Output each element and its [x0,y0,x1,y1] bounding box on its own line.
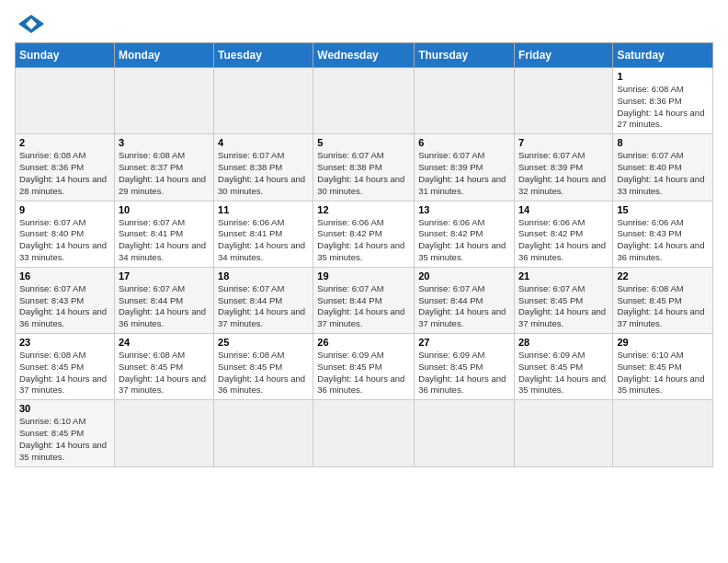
day-number: 26 [317,337,410,348]
cell-info: Sunrise: 6:06 AMSunset: 8:42 PMDaylight:… [418,217,510,264]
cell-info: Sunrise: 6:06 AMSunset: 8:42 PMDaylight:… [518,217,609,264]
calendar-cell [514,400,612,466]
header-saturday: Saturday [613,43,713,68]
day-number: 8 [617,137,709,148]
calendar-cell: 6Sunrise: 6:07 AMSunset: 8:39 PMDaylight… [415,134,515,201]
calendar-cell: 20Sunrise: 6:07 AMSunset: 8:44 PMDayligh… [415,267,515,333]
calendar-cell: 2Sunrise: 6:08 AMSunset: 8:36 PMDaylight… [16,134,115,201]
week-row-5: 30Sunrise: 6:10 AMSunset: 8:45 PMDayligh… [16,400,713,466]
day-number: 19 [317,270,410,282]
cell-info: Sunrise: 6:08 AMSunset: 8:45 PMDaylight:… [617,283,709,330]
cell-info: Sunrise: 6:07 AMSunset: 8:38 PMDaylight:… [218,150,309,197]
day-number: 21 [518,270,609,282]
header-friday: Friday [514,43,612,68]
calendar-cell: 24Sunrise: 6:08 AMSunset: 8:45 PMDayligh… [114,334,213,400]
calendar-cell: 1Sunrise: 6:08 AMSunset: 8:36 PMDaylight… [613,68,713,134]
day-number: 23 [19,337,110,348]
calendar-cell: 23Sunrise: 6:08 AMSunset: 8:45 PMDayligh… [16,334,115,400]
day-number: 9 [19,204,110,215]
calendar-cell: 5Sunrise: 6:07 AMSunset: 8:38 PMDaylight… [313,134,415,201]
calendar-cell: 10Sunrise: 6:07 AMSunset: 8:41 PMDayligh… [114,201,213,267]
week-row-0: 1Sunrise: 6:08 AMSunset: 8:36 PMDaylight… [16,68,713,134]
cell-info: Sunrise: 6:07 AMSunset: 8:44 PMDaylight:… [218,283,309,330]
day-number: 15 [617,204,709,215]
day-number: 17 [119,270,210,282]
header-wednesday: Wednesday [313,43,415,68]
header-thursday: Thursday [415,43,515,68]
cell-info: Sunrise: 6:07 AMSunset: 8:41 PMDaylight:… [119,217,210,264]
cell-info: Sunrise: 6:09 AMSunset: 8:45 PMDaylight:… [317,350,410,396]
calendar-cell [613,400,713,466]
day-number: 6 [418,137,510,148]
cell-info: Sunrise: 6:07 AMSunset: 8:40 PMDaylight:… [19,217,110,264]
calendar-cell: 28Sunrise: 6:09 AMSunset: 8:45 PMDayligh… [514,334,612,400]
day-number: 13 [418,204,510,215]
calendar-cell: 4Sunrise: 6:07 AMSunset: 8:38 PMDaylight… [214,134,313,201]
day-number: 14 [518,204,609,215]
cell-info: Sunrise: 6:06 AMSunset: 8:41 PMDaylight:… [218,217,309,264]
header-row: SundayMondayTuesdayWednesdayThursdayFrid… [16,43,713,68]
cell-info: Sunrise: 6:08 AMSunset: 8:45 PMDaylight:… [119,350,210,396]
cell-info: Sunrise: 6:08 AMSunset: 8:37 PMDaylight:… [119,150,210,197]
cell-info: Sunrise: 6:10 AMSunset: 8:45 PMDaylight:… [19,416,110,463]
calendar-cell: 13Sunrise: 6:06 AMSunset: 8:42 PMDayligh… [415,201,515,267]
day-number: 25 [218,337,309,348]
cell-info: Sunrise: 6:07 AMSunset: 8:44 PMDaylight:… [317,283,410,330]
calendar-cell: 3Sunrise: 6:08 AMSunset: 8:37 PMDaylight… [114,134,213,201]
calendar-cell: 7Sunrise: 6:07 AMSunset: 8:39 PMDaylight… [514,134,612,201]
week-row-4: 23Sunrise: 6:08 AMSunset: 8:45 PMDayligh… [16,334,713,400]
cell-info: Sunrise: 6:08 AMSunset: 8:36 PMDaylight:… [617,84,709,131]
calendar-cell: 25Sunrise: 6:08 AMSunset: 8:45 PMDayligh… [214,334,313,400]
day-number: 20 [418,270,510,282]
day-number: 16 [19,270,110,282]
calendar-body: 1Sunrise: 6:08 AMSunset: 8:36 PMDaylight… [16,68,713,467]
cell-info: Sunrise: 6:07 AMSunset: 8:44 PMDaylight:… [119,283,210,330]
day-number: 28 [518,337,609,348]
day-number: 11 [218,204,309,215]
calendar-cell: 21Sunrise: 6:07 AMSunset: 8:45 PMDayligh… [514,267,612,333]
calendar-cell [313,400,415,466]
calendar-cell: 17Sunrise: 6:07 AMSunset: 8:44 PMDayligh… [114,267,213,333]
cell-info: Sunrise: 6:06 AMSunset: 8:43 PMDaylight:… [617,217,709,264]
calendar-cell: 9Sunrise: 6:07 AMSunset: 8:40 PMDaylight… [16,201,115,267]
cell-info: Sunrise: 6:07 AMSunset: 8:44 PMDaylight:… [418,283,510,330]
calendar-cell [313,68,415,134]
day-number: 4 [218,137,309,148]
calendar-cell: 18Sunrise: 6:07 AMSunset: 8:44 PMDayligh… [214,267,313,333]
cell-info: Sunrise: 6:10 AMSunset: 8:45 PMDaylight:… [617,350,709,396]
calendar-cell: 27Sunrise: 6:09 AMSunset: 8:45 PMDayligh… [415,334,515,400]
cell-info: Sunrise: 6:08 AMSunset: 8:36 PMDaylight:… [19,150,110,197]
calendar-cell [114,400,213,466]
week-row-3: 16Sunrise: 6:07 AMSunset: 8:43 PMDayligh… [16,267,713,333]
calendar-cell [514,68,612,134]
header-tuesday: Tuesday [214,43,313,68]
calendar-cell [114,68,213,134]
calendar-cell: 14Sunrise: 6:06 AMSunset: 8:42 PMDayligh… [514,201,612,267]
day-number: 12 [317,204,410,215]
calendar-cell [214,68,313,134]
day-number: 22 [617,270,709,282]
page-header [15,15,713,33]
cell-info: Sunrise: 6:07 AMSunset: 8:40 PMDaylight:… [617,150,709,197]
calendar-cell [214,400,313,466]
day-number: 30 [19,403,110,414]
day-number: 29 [617,337,709,348]
cell-info: Sunrise: 6:06 AMSunset: 8:42 PMDaylight:… [317,217,410,264]
calendar-cell: 12Sunrise: 6:06 AMSunset: 8:42 PMDayligh… [313,201,415,267]
cell-info: Sunrise: 6:07 AMSunset: 8:38 PMDaylight:… [317,150,410,197]
day-number: 3 [119,137,210,148]
calendar-header: SundayMondayTuesdayWednesdayThursdayFrid… [16,43,713,68]
day-number: 24 [119,337,210,348]
calendar-table: SundayMondayTuesdayWednesdayThursdayFrid… [15,42,713,467]
day-number: 7 [518,137,609,148]
week-row-1: 2Sunrise: 6:08 AMSunset: 8:36 PMDaylight… [16,134,713,201]
calendar-cell: 11Sunrise: 6:06 AMSunset: 8:41 PMDayligh… [214,201,313,267]
cell-info: Sunrise: 6:08 AMSunset: 8:45 PMDaylight:… [19,350,110,396]
calendar-cell [415,68,515,134]
cell-info: Sunrise: 6:09 AMSunset: 8:45 PMDaylight:… [418,350,510,396]
calendar-cell: 26Sunrise: 6:09 AMSunset: 8:45 PMDayligh… [313,334,415,400]
day-number: 18 [218,270,309,282]
logo [15,15,44,33]
day-number: 10 [119,204,210,215]
calendar-cell: 22Sunrise: 6:08 AMSunset: 8:45 PMDayligh… [613,267,713,333]
